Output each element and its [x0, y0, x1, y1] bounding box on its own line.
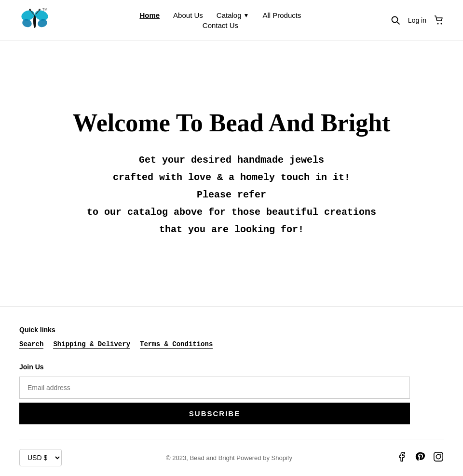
hero-title: Welcome To Bead And Bright	[73, 109, 391, 137]
logo-image: TM	[19, 5, 50, 36]
svg-point-3	[21, 18, 33, 28]
hero-section: Welcome To Bead And Bright Get your desi…	[73, 109, 391, 238]
nav-about[interactable]: About Us	[173, 11, 203, 19]
instagram-icon[interactable]	[433, 451, 444, 464]
hero-line3: Please refer	[73, 186, 391, 204]
subscribe-button[interactable]: SUBSCRIBE	[19, 403, 410, 424]
copyright-text: © 2023, Bead and Bright Powered by Shopi…	[166, 454, 292, 462]
svg-rect-14	[434, 452, 443, 461]
nav-catalog[interactable]: Catalog ▼	[217, 11, 249, 19]
header-actions: Log in	[391, 15, 444, 25]
login-label: Log in	[408, 16, 426, 24]
catalog-chevron-icon: ▼	[244, 12, 249, 19]
join-us-title: Join Us	[19, 363, 444, 371]
social-icons	[396, 451, 444, 464]
footer-link-shipping[interactable]: Shipping & Delivery	[53, 340, 130, 349]
site-footer: Quick links Search Shipping & Delivery T…	[0, 306, 463, 476]
nav-top-row: Home About Us Catalog ▼ All Products	[139, 11, 301, 19]
footer-links-list: Search Shipping & Delivery Terms & Condi…	[19, 340, 213, 349]
svg-line-11	[397, 22, 399, 25]
pinterest-icon[interactable]	[415, 451, 425, 464]
svg-point-6	[29, 9, 31, 11]
nav-home[interactable]: Home	[139, 11, 160, 19]
quick-links-title: Quick links	[19, 326, 213, 334]
hero-line4: to our catalog above for those beautiful…	[73, 204, 391, 221]
logo-area: TM	[19, 5, 50, 36]
main-content: Welcome To Bead And Bright Get your desi…	[0, 41, 463, 306]
footer-bottom: USD $ EUR € GBP £ © 2023, Bead and Brigh…	[19, 439, 444, 466]
footer-link-search[interactable]: Search	[19, 340, 43, 349]
hero-line2: crafted with love & a homely touch in it…	[73, 169, 391, 186]
svg-point-8	[39, 9, 41, 11]
nav-contact[interactable]: Contact Us	[203, 21, 238, 29]
search-icon	[391, 15, 400, 25]
nav-products[interactable]: All Products	[262, 11, 301, 19]
hero-line5: that you are looking for!	[73, 221, 391, 238]
main-nav: Home About Us Catalog ▼ All Products Con…	[55, 11, 386, 29]
footer-link-terms[interactable]: Terms & Conditions	[140, 340, 213, 349]
email-input[interactable]	[19, 377, 410, 399]
catalog-label: Catalog	[217, 11, 242, 19]
svg-point-12	[437, 23, 439, 25]
cart-link[interactable]	[434, 15, 444, 25]
footer-top: Quick links Search Shipping & Delivery T…	[19, 326, 444, 349]
svg-point-16	[440, 453, 441, 454]
svg-point-13	[441, 23, 442, 25]
login-link[interactable]: Log in	[408, 16, 426, 24]
footer-join-section: Join Us SUBSCRIBE	[19, 363, 444, 424]
svg-point-15	[436, 454, 440, 459]
footer-quick-links: Quick links Search Shipping & Delivery T…	[19, 326, 213, 349]
site-header: TM Home About Us Catalog ▼ All Products …	[0, 0, 463, 41]
cart-icon	[434, 15, 444, 25]
search-button[interactable]	[391, 15, 400, 25]
svg-point-4	[37, 18, 48, 28]
svg-text:TM: TM	[42, 8, 47, 11]
hero-body: Get your desired handmade jewels crafted…	[73, 152, 391, 238]
facebook-icon[interactable]	[396, 451, 407, 464]
nav-bottom-row: Contact Us	[203, 21, 238, 29]
currency-selector[interactable]: USD $ EUR € GBP £	[19, 449, 62, 466]
hero-line1: Get your desired handmade jewels	[73, 152, 391, 169]
svg-point-10	[392, 17, 397, 23]
email-form: SUBSCRIBE	[19, 377, 410, 424]
